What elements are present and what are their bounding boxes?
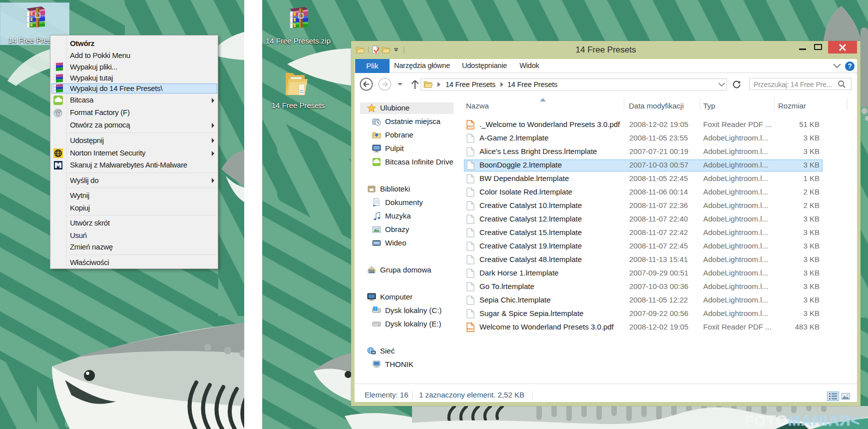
- svg-text:PDF: PDF: [467, 125, 473, 128]
- svg-text:PDF: PDF: [467, 328, 473, 330]
